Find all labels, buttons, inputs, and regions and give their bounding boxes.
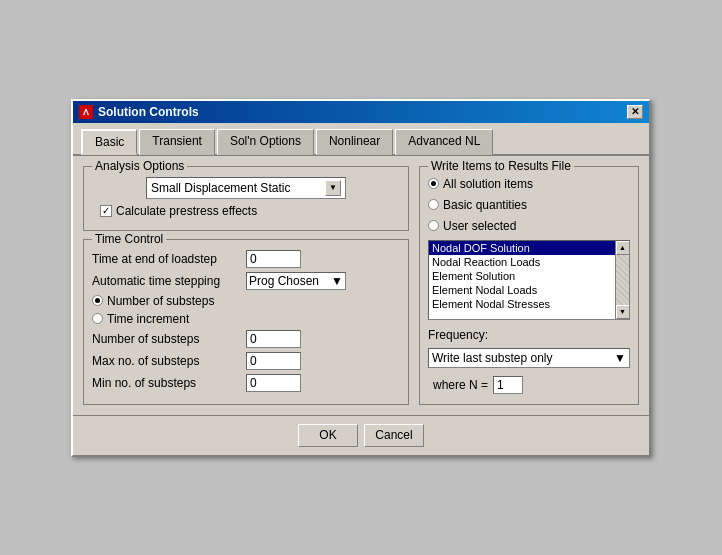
frequency-value: Write last substep only	[432, 351, 553, 365]
num-substeps-input[interactable]	[246, 330, 301, 348]
time-control-content: Time at end of loadstep Automatic time s…	[92, 250, 400, 392]
auto-time-dropdown[interactable]: Prog Chosen ▼	[246, 272, 346, 290]
tab-transient[interactable]: Transient	[139, 129, 215, 155]
title-bar-left: Λ Solution Controls	[79, 105, 199, 119]
auto-time-value: Prog Chosen	[249, 274, 319, 288]
listbox-item-4[interactable]: Element Nodal Stresses	[429, 297, 615, 311]
window-title: Solution Controls	[98, 105, 199, 119]
radio-basic-quantities[interactable]	[428, 199, 439, 210]
radio-time-increment-label: Time increment	[107, 312, 189, 326]
write-items-content: All solution items Basic quantities User…	[428, 177, 630, 394]
right-panel: Write Items to Results File All solution…	[419, 166, 639, 405]
time-end-loadstep-input[interactable]	[246, 250, 301, 268]
radio-num-substeps[interactable]	[92, 295, 103, 306]
write-items-title: Write Items to Results File	[428, 159, 574, 173]
scrollbar-track	[616, 255, 629, 305]
close-button[interactable]: ✕	[627, 105, 643, 119]
radio-time-increment-row: Time increment	[92, 312, 400, 326]
listbox-item-0[interactable]: Nodal DOF Solution	[429, 241, 615, 255]
auto-time-stepping-label: Automatic time stepping	[92, 274, 242, 288]
listbox-inner: Nodal DOF Solution Nodal Reaction Loads …	[429, 241, 615, 311]
max-substeps-input[interactable]	[246, 352, 301, 370]
title-bar: Λ Solution Controls ✕	[73, 101, 649, 123]
radio-all-solution[interactable]	[428, 178, 439, 189]
content-wrapper: Analysis Options Small Displacement Stat…	[73, 156, 649, 415]
radio-basic-quantities-row: Basic quantities	[428, 198, 630, 212]
radio-user-selected-row: User selected	[428, 219, 630, 233]
auto-time-stepping-row: Automatic time stepping Prog Chosen ▼	[92, 272, 400, 290]
frequency-dropdown[interactable]: Write last substep only ▼	[428, 348, 630, 368]
left-panel: Analysis Options Small Displacement Stat…	[83, 166, 409, 405]
min-substeps-label: Min no. of substeps	[92, 376, 242, 390]
radio-user-selected-label: User selected	[443, 219, 516, 233]
write-items-group: Write Items to Results File All solution…	[419, 166, 639, 405]
max-substeps-label: Max no. of substeps	[92, 354, 242, 368]
where-n-label: where N =	[433, 378, 488, 392]
cancel-button[interactable]: Cancel	[364, 424, 424, 447]
num-substeps-row: Number of substeps	[92, 330, 400, 348]
radio-num-substeps-row: Number of substeps	[92, 294, 400, 308]
time-end-loadstep-label: Time at end of loadstep	[92, 252, 242, 266]
analysis-options-group: Analysis Options Small Displacement Stat…	[83, 166, 409, 231]
num-substeps-label: Number of substeps	[92, 332, 242, 346]
listbox-item-1[interactable]: Nodal Reaction Loads	[429, 255, 615, 269]
app-icon: Λ	[79, 105, 93, 119]
radio-user-selected[interactable]	[428, 220, 439, 231]
min-substeps-input[interactable]	[246, 374, 301, 392]
radio-all-solution-row: All solution items	[428, 177, 630, 191]
radio-all-solution-label: All solution items	[443, 177, 533, 191]
frequency-label: Frequency:	[428, 328, 630, 342]
prestress-checkbox[interactable]: ✓	[100, 205, 112, 217]
main-window: Λ Solution Controls ✕ Basic Transient So…	[71, 99, 651, 457]
tabs-bar: Basic Transient Sol'n Options Nonlinear …	[73, 123, 649, 156]
analysis-type-value: Small Displacement Static	[151, 181, 290, 195]
min-substeps-row: Min no. of substeps	[92, 374, 400, 392]
where-n-row: where N =	[433, 376, 630, 394]
scrollbar-down-btn[interactable]: ▼	[616, 305, 630, 319]
scrollbar-up-btn[interactable]: ▲	[616, 241, 630, 255]
time-control-title: Time Control	[92, 232, 166, 246]
results-listbox[interactable]: Nodal DOF Solution Nodal Reaction Loads …	[428, 240, 630, 320]
listbox-scrollbar: ▲ ▼	[615, 241, 629, 319]
bottom-bar: OK Cancel	[73, 415, 649, 455]
analysis-options-title: Analysis Options	[92, 159, 187, 173]
radio-num-substeps-label: Number of substeps	[107, 294, 214, 308]
auto-time-arrow: ▼	[331, 274, 343, 288]
analysis-options-content: Small Displacement Static ▼ ✓ Calculate …	[92, 177, 400, 218]
time-control-group: Time Control Time at end of loadstep Aut…	[83, 239, 409, 405]
prestress-checkbox-row: ✓ Calculate prestress effects	[100, 204, 400, 218]
radio-basic-quantities-label: Basic quantities	[443, 198, 527, 212]
radio-time-increment[interactable]	[92, 313, 103, 324]
listbox-item-3[interactable]: Element Nodal Loads	[429, 283, 615, 297]
tab-nonlinear[interactable]: Nonlinear	[316, 129, 393, 155]
tab-advanced-nl[interactable]: Advanced NL	[395, 129, 493, 155]
ok-button[interactable]: OK	[298, 424, 358, 447]
analysis-type-arrow[interactable]: ▼	[325, 180, 341, 196]
time-end-loadstep-row: Time at end of loadstep	[92, 250, 400, 268]
analysis-dropdown-row: Small Displacement Static ▼	[92, 177, 400, 199]
tab-soln-options[interactable]: Sol'n Options	[217, 129, 314, 155]
tab-basic[interactable]: Basic	[81, 129, 137, 155]
where-n-input[interactable]	[493, 376, 523, 394]
max-substeps-row: Max no. of substeps	[92, 352, 400, 370]
frequency-arrow: ▼	[614, 351, 626, 365]
analysis-type-dropdown[interactable]: Small Displacement Static ▼	[146, 177, 346, 199]
listbox-item-2[interactable]: Element Solution	[429, 269, 615, 283]
prestress-label: Calculate prestress effects	[116, 204, 257, 218]
content-area: Analysis Options Small Displacement Stat…	[73, 156, 649, 415]
